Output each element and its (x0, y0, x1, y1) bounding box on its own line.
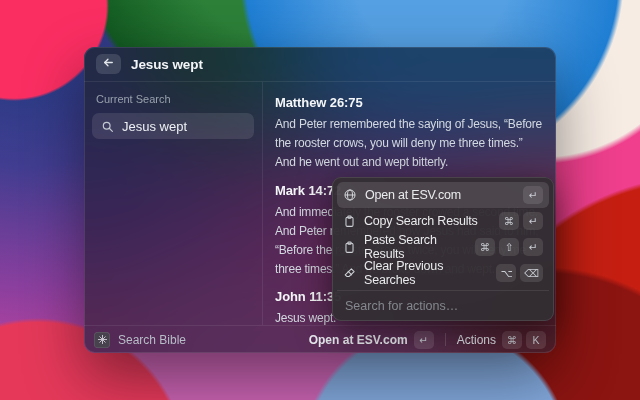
arrow-left-icon (102, 55, 115, 73)
actions-shortcut: ⌘K (502, 331, 546, 349)
result-item: Matthew 26:75And Peter remembered the sa… (275, 95, 542, 173)
verse-text: And Peter remembered the saying of Jesus… (275, 115, 542, 173)
search-icon (101, 120, 114, 133)
key-badge: ⇧ (499, 238, 519, 256)
primary-action-label[interactable]: Open at ESV.com (309, 333, 408, 347)
actions-button[interactable]: Actions (457, 333, 496, 347)
key-badge: ⌘ (475, 238, 495, 256)
launcher-window: Jesus wept Current Search Jesus wept Mat… (84, 47, 556, 353)
extension-label: Search Bible (118, 333, 186, 347)
desktop-wallpaper: { "window": { "title": "Jesus wept", "si… (0, 0, 640, 400)
verse-reference: Matthew 26:75 (275, 95, 542, 110)
shortcut-keys: ⌥⌫ (496, 264, 543, 282)
key-badge: ↵ (414, 331, 434, 349)
actions-menu: Open at ESV.com↵Copy Search Results⌘↵Pas… (332, 177, 554, 321)
page-title: Jesus wept (131, 57, 203, 72)
sidebar-item-jesus-wept[interactable]: Jesus wept (92, 113, 254, 139)
back-button[interactable] (96, 54, 121, 74)
actions-search-row (337, 290, 549, 321)
action-item-paste-search-results[interactable]: Paste Search Results⌘⇧↵ (337, 234, 549, 260)
actions-menu-list: Open at ESV.com↵Copy Search Results⌘↵Pas… (337, 182, 549, 286)
footer-divider (445, 333, 446, 346)
actions-search-input[interactable] (345, 299, 541, 313)
bible-extension-icon (94, 332, 110, 348)
clipboard-icon (343, 215, 356, 228)
shortcut-keys: ↵ (523, 186, 543, 204)
eraser-icon (343, 267, 356, 280)
action-item-copy-search-results[interactable]: Copy Search Results⌘↵ (337, 208, 549, 234)
shortcut-keys: ⌘↵ (499, 212, 543, 230)
key-badge: ↵ (523, 212, 543, 230)
action-item-label: Clear Previous Searches (364, 259, 488, 287)
key-badge: ⌘ (499, 212, 519, 230)
status-bar: Search Bible Open at ESV.com ↵ Actions ⌘… (84, 325, 556, 353)
globe-icon (343, 188, 357, 202)
sidebar: Current Search Jesus wept (84, 82, 263, 325)
clipboard-icon (343, 241, 356, 254)
key-badge: ⌫ (520, 264, 543, 282)
sidebar-list: Jesus wept (92, 113, 254, 139)
key-badge: K (526, 331, 546, 349)
primary-action-shortcut: ↵ (414, 331, 434, 349)
action-item-open-at-esv-com[interactable]: Open at ESV.com↵ (337, 182, 549, 208)
shortcut-keys: ⌘⇧↵ (475, 238, 543, 256)
action-item-label: Paste Search Results (364, 233, 467, 261)
action-item-clear-previous-searches[interactable]: Clear Previous Searches⌥⌫ (337, 260, 549, 286)
key-badge: ↵ (523, 238, 543, 256)
action-item-label: Copy Search Results (364, 214, 478, 228)
window-header: Jesus wept (84, 47, 556, 82)
sidebar-section-label: Current Search (96, 93, 254, 105)
key-badge: ↵ (523, 186, 543, 204)
key-badge: ⌥ (496, 264, 516, 282)
sidebar-item-label: Jesus wept (122, 119, 187, 134)
key-badge: ⌘ (502, 331, 522, 349)
action-item-label: Open at ESV.com (365, 188, 461, 202)
